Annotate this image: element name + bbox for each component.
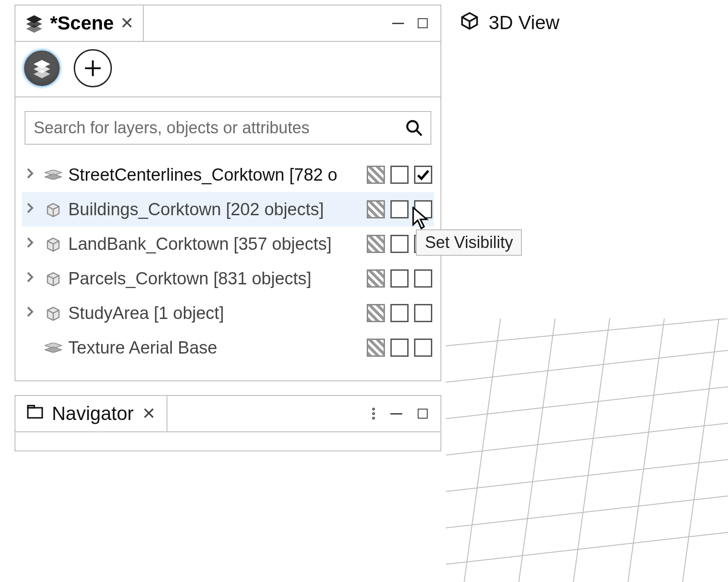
navigator-tab-title: Navigator bbox=[52, 403, 134, 425]
color-swatch[interactable] bbox=[367, 269, 385, 288]
svg-line-19 bbox=[446, 423, 728, 455]
maximize-button[interactable] bbox=[418, 18, 428, 28]
layer-toggles bbox=[367, 339, 434, 357]
layer-row[interactable]: Buildings_Corktown [202 objects] bbox=[22, 192, 434, 227]
svg-line-21 bbox=[446, 496, 728, 528]
planes-icon bbox=[43, 343, 64, 353]
minimize-button[interactable] bbox=[392, 23, 404, 24]
scene-panel: *Scene ✕ bbox=[15, 5, 441, 381]
svg-rect-14 bbox=[28, 408, 42, 418]
svg-line-27 bbox=[682, 319, 719, 582]
lock-checkbox[interactable] bbox=[390, 200, 409, 218]
visibility-checkbox[interactable] bbox=[414, 269, 432, 288]
layer-row[interactable]: StreetCenterlines_Corktown [782 o bbox=[22, 157, 434, 192]
search-row bbox=[15, 97, 440, 153]
svg-marker-11 bbox=[45, 174, 62, 180]
planes-icon bbox=[43, 170, 64, 180]
layer-label: Texture Aerial Base bbox=[68, 338, 362, 358]
lock-checkbox[interactable] bbox=[390, 339, 409, 357]
layer-toggles bbox=[367, 200, 434, 218]
svg-marker-5 bbox=[34, 70, 51, 78]
layer-list: StreetCenterlines_Corktown [782 o Buildi… bbox=[15, 153, 440, 380]
svg-line-24 bbox=[519, 319, 555, 582]
svg-line-26 bbox=[628, 319, 664, 582]
svg-point-8 bbox=[407, 121, 418, 132]
svg-line-23 bbox=[464, 319, 500, 582]
layer-toggles bbox=[367, 304, 434, 322]
color-swatch[interactable] bbox=[367, 166, 385, 184]
folder-icon bbox=[26, 403, 44, 425]
visibility-checkbox[interactable] bbox=[414, 304, 432, 322]
svg-marker-2 bbox=[26, 25, 42, 33]
navigator-panel: Navigator ✕ bbox=[15, 395, 441, 451]
visibility-checkbox[interactable] bbox=[414, 166, 432, 184]
close-icon[interactable]: ✕ bbox=[142, 404, 156, 423]
add-button[interactable] bbox=[74, 49, 112, 87]
svg-rect-15 bbox=[28, 405, 34, 408]
cube-icon bbox=[43, 270, 64, 287]
navigator-tab-strip: Navigator ✕ bbox=[15, 396, 440, 432]
expand-chevron-icon[interactable] bbox=[22, 271, 38, 286]
layer-label: StreetCenterlines_Corktown [782 o bbox=[68, 165, 362, 185]
viewport-tab[interactable]: 3D View bbox=[460, 5, 728, 41]
svg-marker-13 bbox=[45, 347, 62, 353]
layer-label: Buildings_Corktown [202 objects] bbox=[68, 200, 362, 219]
color-swatch[interactable] bbox=[367, 200, 385, 218]
cube-icon bbox=[460, 10, 480, 35]
expand-chevron-icon[interactable] bbox=[22, 306, 38, 321]
navigator-tab[interactable]: Navigator ✕ bbox=[15, 396, 167, 431]
layer-toggles bbox=[367, 166, 434, 184]
layer-label: Parcels_Corktown [831 objects] bbox=[68, 269, 362, 288]
search-icon[interactable] bbox=[405, 119, 423, 137]
lock-checkbox[interactable] bbox=[390, 235, 409, 253]
layers-button[interactable] bbox=[23, 49, 61, 87]
expand-chevron-icon[interactable] bbox=[22, 202, 38, 217]
expand-chevron-icon[interactable] bbox=[22, 237, 38, 252]
color-swatch[interactable] bbox=[367, 304, 385, 322]
layer-row[interactable]: Parcels_Corktown [831 objects] bbox=[22, 261, 434, 296]
layers-icon bbox=[25, 14, 44, 33]
svg-line-25 bbox=[573, 319, 610, 582]
scene-tab-strip: *Scene ✕ bbox=[15, 5, 440, 42]
layer-toggles bbox=[367, 269, 434, 288]
scene-tab-title: *Scene bbox=[50, 12, 114, 34]
lock-checkbox[interactable] bbox=[390, 166, 409, 184]
color-swatch[interactable] bbox=[367, 339, 385, 357]
layer-label: LandBank_Corktown [357 objects] bbox=[68, 234, 362, 254]
cube-icon bbox=[43, 235, 64, 253]
scene-tab[interactable]: *Scene ✕ bbox=[15, 5, 144, 41]
maximize-button[interactable] bbox=[418, 409, 428, 419]
layer-row[interactable]: Texture Aerial Base bbox=[22, 330, 434, 365]
viewport-grid bbox=[446, 319, 728, 582]
color-swatch[interactable] bbox=[367, 235, 385, 253]
more-options-icon[interactable] bbox=[372, 408, 375, 420]
svg-line-17 bbox=[446, 350, 728, 382]
close-icon[interactable]: ✕ bbox=[120, 14, 134, 33]
minimize-button[interactable] bbox=[390, 413, 402, 415]
layer-row[interactable]: LandBank_Corktown [357 objects] bbox=[22, 227, 434, 261]
viewport-tab-title: 3D View bbox=[489, 12, 560, 34]
layer-row[interactable]: StudyArea [1 object] bbox=[22, 296, 434, 330]
lock-checkbox[interactable] bbox=[390, 269, 409, 288]
visibility-checkbox[interactable] bbox=[414, 200, 432, 218]
svg-line-16 bbox=[446, 319, 728, 346]
cube-icon bbox=[43, 201, 64, 218]
lock-checkbox[interactable] bbox=[390, 304, 409, 322]
search-box[interactable] bbox=[25, 111, 431, 145]
search-input[interactable] bbox=[33, 118, 405, 138]
scene-toolbar bbox=[15, 42, 440, 97]
svg-line-9 bbox=[416, 130, 422, 136]
visibility-checkbox[interactable] bbox=[414, 339, 432, 357]
expand-chevron-icon[interactable] bbox=[22, 167, 38, 182]
svg-line-18 bbox=[446, 387, 728, 419]
visibility-tooltip: Set Visibility bbox=[416, 229, 522, 256]
cube-icon bbox=[43, 304, 64, 322]
layer-label: StudyArea [1 object] bbox=[68, 304, 362, 323]
